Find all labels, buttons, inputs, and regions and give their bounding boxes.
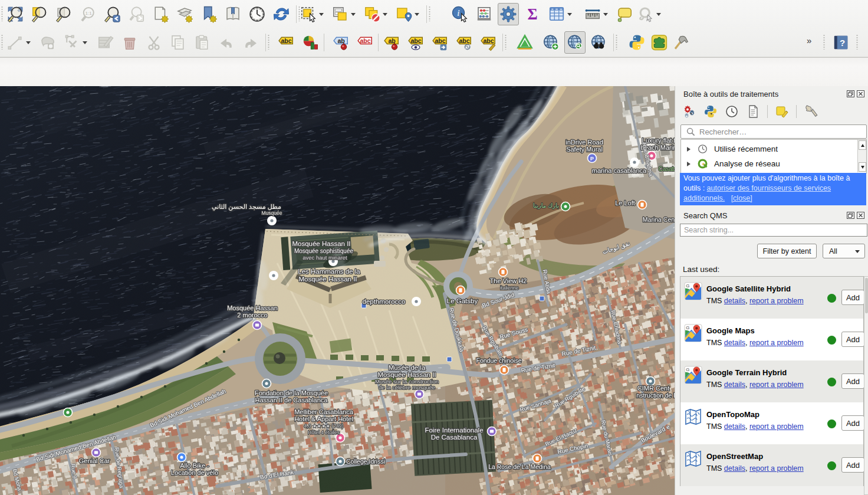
svg-text:G: G <box>686 367 689 372</box>
svg-text:CIMR Cent: CIMR Cent <box>637 385 669 392</box>
svg-text:italienne: italienne <box>500 285 519 291</box>
svg-text:Melliber Casablanca: Melliber Casablanca <box>294 408 354 415</box>
svg-text:Musée de la: Musée de la <box>389 364 426 371</box>
svg-text:depthmorocco: depthmorocco <box>363 298 406 305</box>
svg-text:Casabl: Casabl <box>658 166 675 172</box>
svg-text:La Rose de La Medina: La Rose de La Medina <box>488 463 551 470</box>
svg-text:?: ? <box>840 38 845 48</box>
svg-text:Mosquée sophistiquée: Mosquée sophistiquée <box>294 248 354 254</box>
svg-text:1:1: 1:1 <box>86 11 93 16</box>
svg-text:Mosquée Hassan: Mosquée Hassan <box>227 304 278 312</box>
svg-text:nstruction de l: nstruction de l <box>636 392 675 399</box>
svg-text:i: i <box>458 9 460 18</box>
svg-text:Fondation de la Mosquée: Fondation de la Mosquée <box>255 389 328 396</box>
svg-text:Hassan II de Casablanca: Hassan II de Casablanca <box>255 396 328 404</box>
svg-text:Σ: Σ <box>527 6 537 23</box>
svg-text:abc: abc <box>410 37 421 44</box>
svg-text:marina casablanca: marina casablanca <box>592 167 647 174</box>
svg-text:abc: abc <box>281 37 291 44</box>
svg-text:Genial Car: Genial Car <box>79 457 110 464</box>
svg-text:abc: abc <box>360 37 370 44</box>
svg-text:College Idrissi: College Idrissi <box>346 458 385 465</box>
svg-text:abc: abc <box>483 37 494 44</box>
svg-text:G: G <box>686 325 689 330</box>
svg-text:abc: abc <box>459 37 469 44</box>
svg-text:4,0 ★★★★ (749): 4,0 ★★★★ (749) <box>304 423 344 429</box>
svg-text:P: P <box>590 156 594 162</box>
svg-text:Le Loft: Le Loft <box>615 199 635 206</box>
svg-text:Musquée: Musquée <box>262 210 282 216</box>
svg-text:2 morocco: 2 morocco <box>237 312 267 319</box>
svg-text:avec haut minaret: avec haut minaret <box>303 254 347 261</box>
svg-text:Mosquée Hassan II: Mosquée Hassan II <box>298 276 357 283</box>
svg-text:G: G <box>686 283 689 289</box>
svg-text:Hôtel 4 étoiles: Hôtel 4 étoiles <box>308 430 340 435</box>
svg-text:Safety Mural: Safety Mural <box>566 146 603 153</box>
svg-text:abc: abc <box>435 37 445 44</box>
svg-text:Location de vélo: Location de vélo <box>171 469 218 476</box>
svg-text:Fondue chinoise: Fondue chinoise <box>476 357 521 364</box>
svg-text:Mosquée Hassan II: Mosquée Hassan II <box>377 371 436 378</box>
svg-text:The View H2: The View H2 <box>490 277 527 284</box>
svg-text:Le Gatsby: Le Gatsby <box>447 297 478 304</box>
svg-text:Allo Bike -: Allo Bike - <box>180 462 209 469</box>
svg-text:بارك مارينا: بارك مارينا <box>533 202 559 209</box>
svg-text:inDrive Road: inDrive Road <box>565 139 603 146</box>
svg-text:Mosquée Hassan II: Mosquée Hassan II <box>292 240 350 247</box>
svg-text:De Casablanca: De Casablanca <box>431 434 478 441</box>
svg-text:de la célèbre mosquée: de la célèbre mosquée <box>379 384 435 391</box>
svg-text:Foire Internationale: Foire Internationale <box>425 427 483 434</box>
svg-text:Hotel & Appart Hotel: Hotel & Appart Hotel <box>294 415 353 422</box>
svg-text:Les Hammams de la: Les Hammams de la <box>298 268 360 275</box>
svg-text:Marina Cen: Marina Cen <box>643 216 675 223</box>
